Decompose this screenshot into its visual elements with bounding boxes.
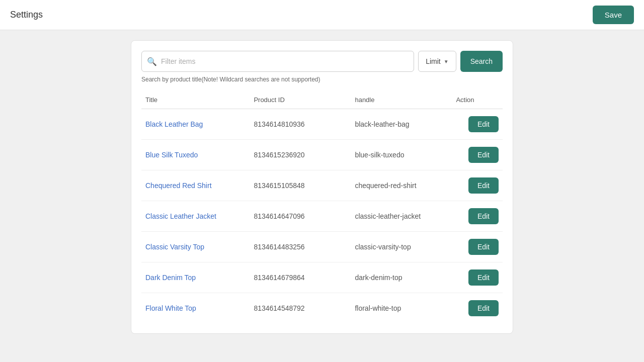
table-body: Black Leather Bag8134614810936black-leat… [141, 109, 503, 324]
edit-button[interactable]: Edit [468, 300, 499, 316]
edit-button[interactable]: Edit [468, 116, 499, 132]
search-bar: 🔍 Limit ▼ Search [141, 51, 503, 72]
edit-button[interactable]: Edit [468, 208, 499, 224]
cell-handle: classic-varsity-top [351, 232, 452, 262]
table-row: Dark Denim Top8134614679864dark-denim-to… [141, 262, 503, 293]
search-icon: 🔍 [147, 57, 157, 66]
cell-handle: floral-white-top [351, 293, 452, 324]
cell-product-id: 8134614679864 [250, 262, 351, 293]
cell-title: Dark Denim Top [141, 262, 250, 293]
cell-action: Edit [452, 232, 503, 262]
col-header-title: Title [141, 91, 250, 109]
cell-title: Black Leather Bag [141, 109, 250, 140]
cell-title: Chequered Red Shirt [141, 170, 250, 201]
cell-title: Classic Leather Jacket [141, 201, 250, 232]
products-table: Title Product ID handle Action Black Lea… [141, 91, 503, 323]
cell-action: Edit [452, 262, 503, 293]
table-row: Blue Silk Tuxedo8134615236920blue-silk-t… [141, 140, 503, 170]
cell-product-id: 8134615236920 [250, 140, 351, 170]
content-card: 🔍 Limit ▼ Search Search by product title… [131, 40, 513, 334]
header: Settings Save [0, 0, 644, 30]
cell-product-id: 8134614548792 [250, 293, 351, 324]
edit-button[interactable]: Edit [468, 239, 499, 255]
edit-button[interactable]: Edit [468, 177, 499, 194]
chevron-down-icon: ▼ [444, 59, 449, 64]
search-hint: Search by product title(Note! Wildcard s… [141, 76, 503, 83]
cell-title: Blue Silk Tuxedo [141, 140, 250, 170]
cell-product-id: 8134614810936 [250, 109, 351, 140]
cell-handle: black-leather-bag [351, 109, 452, 140]
cell-action: Edit [452, 140, 503, 170]
cell-product-id: 8134615105848 [250, 170, 351, 201]
edit-button[interactable]: Edit [468, 269, 499, 286]
table-header: Title Product ID handle Action [141, 91, 503, 109]
cell-product-id: 8134614483256 [250, 232, 351, 262]
save-button[interactable]: Save [593, 6, 634, 24]
page-title: Settings [10, 10, 43, 20]
cell-product-id: 8134614647096 [250, 201, 351, 232]
cell-handle: chequered-red-shirt [351, 170, 452, 201]
cell-action: Edit [452, 109, 503, 140]
table-row: Chequered Red Shirt8134615105848chequere… [141, 170, 503, 201]
table-row: Classic Varsity Top8134614483256classic-… [141, 232, 503, 262]
table-row: Black Leather Bag8134614810936black-leat… [141, 109, 503, 140]
table-row: Classic Leather Jacket8134614647096class… [141, 201, 503, 232]
cell-action: Edit [452, 170, 503, 201]
cell-title: Floral White Top [141, 293, 250, 324]
col-header-product-id: Product ID [250, 91, 351, 109]
search-input[interactable] [161, 57, 409, 65]
cell-handle: blue-silk-tuxedo [351, 140, 452, 170]
limit-label: Limit [426, 57, 441, 65]
cell-handle: dark-denim-top [351, 262, 452, 293]
table-row: Floral White Top8134614548792floral-whit… [141, 293, 503, 324]
search-input-wrapper: 🔍 [141, 51, 414, 72]
cell-action: Edit [452, 293, 503, 324]
limit-button[interactable]: Limit ▼ [418, 51, 456, 72]
cell-title: Classic Varsity Top [141, 232, 250, 262]
edit-button[interactable]: Edit [468, 147, 499, 163]
main-content: 🔍 Limit ▼ Search Search by product title… [0, 30, 644, 362]
col-header-action: Action [452, 91, 503, 109]
col-header-handle: handle [351, 91, 452, 109]
cell-handle: classic-leather-jacket [351, 201, 452, 232]
cell-action: Edit [452, 201, 503, 232]
search-button[interactable]: Search [460, 51, 503, 72]
table-header-row: Title Product ID handle Action [141, 91, 503, 109]
